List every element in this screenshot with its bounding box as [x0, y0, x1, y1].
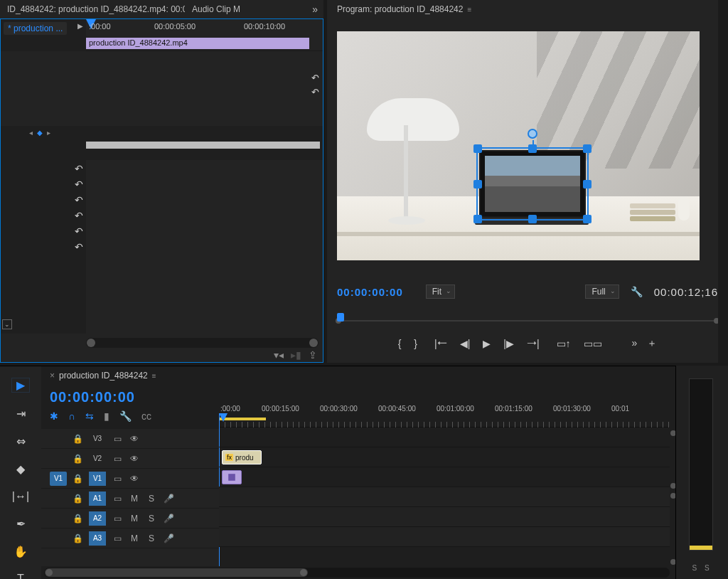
- zoom-select[interactable]: Fit⌄: [426, 285, 455, 299]
- track-label[interactable]: A1: [89, 492, 106, 506]
- selection-tool-icon[interactable]: ▶: [11, 378, 30, 393]
- slip-tool-icon[interactable]: |↔|: [11, 490, 30, 503]
- mark-out-icon[interactable]: }: [414, 338, 417, 349]
- eye-icon[interactable]: 👁: [129, 434, 140, 444]
- toggle-output-icon[interactable]: ▭: [112, 494, 123, 504]
- resize-handle[interactable]: [473, 215, 482, 223]
- program-scrubber[interactable]: [337, 307, 718, 327]
- timeline-sequence-tab[interactable]: production ID_4884242: [59, 371, 148, 381]
- ripple-edit-tool-icon[interactable]: ⇔: [11, 435, 30, 448]
- mute-icon[interactable]: M: [129, 514, 140, 524]
- solo-icon[interactable]: S: [146, 514, 157, 524]
- voiceover-icon[interactable]: 🎤: [163, 514, 174, 524]
- linked-selection-icon[interactable]: ⇆: [85, 410, 94, 422]
- undo-icon[interactable]: ↶: [75, 210, 83, 221]
- solo-icon[interactable]: S: [146, 533, 157, 543]
- track-label[interactable]: V2: [89, 452, 106, 466]
- undo-icon[interactable]: ↶: [75, 163, 83, 174]
- lock-icon[interactable]: 🔒: [73, 454, 83, 464]
- voiceover-icon[interactable]: 🎤: [163, 533, 174, 543]
- track-label[interactable]: A3: [89, 531, 106, 546]
- play-icon[interactable]: ▶: [77, 22, 83, 30]
- mute-icon[interactable]: M: [129, 533, 140, 543]
- keyframe-add-icon[interactable]: ◆: [37, 129, 43, 137]
- dropdown-icon[interactable]: ⌄: [2, 319, 12, 329]
- toggle-output-icon[interactable]: ▭: [112, 514, 123, 524]
- insert-icon[interactable]: ▸▮: [291, 349, 301, 361]
- overflow-icon[interactable]: »: [632, 337, 638, 350]
- work-area-bar[interactable]: [219, 418, 266, 420]
- panel-menu-icon[interactable]: ≡: [467, 6, 471, 14]
- track-header-v3[interactable]: 🔒 V3 ▭ 👁: [41, 429, 219, 449]
- resize-handle[interactable]: [473, 180, 482, 188]
- toggle-output-icon[interactable]: ▭: [112, 533, 123, 543]
- source-scrollbar[interactable]: [86, 338, 318, 348]
- track-label[interactable]: A2: [89, 511, 106, 526]
- undo-icon[interactable]: ↶: [309, 72, 321, 83]
- source-clip[interactable]: production ID_4884242.mp4: [86, 38, 309, 49]
- timeline-clip-v2[interactable]: fx produ: [222, 450, 262, 464]
- meter-solo-labels[interactable]: S S: [676, 564, 728, 572]
- keyframe-next-icon[interactable]: ▸: [47, 129, 50, 137]
- lock-icon[interactable]: 🔒: [73, 474, 83, 484]
- source-sequence-tab[interactable]: * production ...: [4, 22, 67, 35]
- lock-icon[interactable]: 🔒: [73, 514, 83, 524]
- hand-tool-icon[interactable]: ✋: [11, 545, 30, 558]
- track-select-tool-icon[interactable]: ⇥: [11, 407, 30, 420]
- go-to-out-icon[interactable]: ⭢|: [527, 338, 540, 349]
- mark-in-icon[interactable]: {: [398, 338, 402, 349]
- track-header-v1[interactable]: V1 🔒 V1 ▭ 👁: [41, 469, 219, 489]
- timeline-clip-v1[interactable]: [222, 470, 242, 484]
- captions-icon[interactable]: cc: [141, 410, 151, 422]
- type-tool-icon[interactable]: T: [11, 573, 30, 579]
- panel-menu-icon[interactable]: ≡: [152, 372, 156, 380]
- timeline-tracks[interactable]: :00:00 00:00:15:00 00:00:30:00 00:00:45:…: [219, 403, 670, 566]
- resize-handle[interactable]: [528, 215, 537, 223]
- export-frame-icon[interactable]: ⇪: [309, 349, 317, 361]
- tabs-overflow-icon[interactable]: »: [306, 4, 323, 15]
- resize-handle[interactable]: [583, 180, 592, 188]
- go-to-in-icon[interactable]: |⭠: [434, 338, 447, 349]
- audio-meter[interactable]: [689, 378, 713, 551]
- voiceover-icon[interactable]: 🎤: [163, 494, 174, 504]
- toggle-output-icon[interactable]: ▭: [112, 434, 123, 444]
- lock-icon[interactable]: 🔒: [73, 494, 83, 504]
- resize-handle[interactable]: [473, 144, 482, 153]
- lift-icon[interactable]: ▭↑: [557, 338, 571, 349]
- extract-icon[interactable]: ▭▭: [584, 338, 602, 349]
- source-tab-audio[interactable]: Audio Clip M: [185, 0, 247, 18]
- timeline-ruler[interactable]: :00:00 00:00:15:00 00:00:30:00 00:00:45:…: [219, 403, 670, 427]
- settings-icon[interactable]: 🔧: [119, 410, 132, 422]
- marker-icon[interactable]: ▮: [104, 410, 109, 422]
- close-icon[interactable]: ×: [50, 371, 55, 381]
- track-v3[interactable]: [219, 427, 670, 447]
- resize-handle[interactable]: [583, 144, 592, 153]
- source-ruler[interactable]: :00:00 00:00:05:00 00:00:10:00 productio…: [86, 19, 323, 51]
- program-monitor[interactable]: [337, 31, 700, 260]
- keyframe-prev-icon[interactable]: ◂: [29, 129, 33, 137]
- track-header-a2[interactable]: 🔒 A2 ▭ M S 🎤: [41, 509, 219, 528]
- mute-icon[interactable]: M: [129, 494, 140, 504]
- scrub-playhead-icon[interactable]: [337, 313, 344, 322]
- resize-handle[interactable]: [528, 144, 537, 153]
- source-patch[interactable]: V1: [50, 472, 67, 486]
- eye-icon[interactable]: 👁: [129, 454, 140, 464]
- step-back-icon[interactable]: ◀|: [460, 338, 471, 349]
- insert-mode-icon[interactable]: ✱: [50, 410, 58, 422]
- toggle-output-icon[interactable]: ▭: [112, 454, 123, 464]
- track-label[interactable]: V1: [89, 472, 106, 486]
- step-forward-icon[interactable]: |▶: [503, 338, 514, 349]
- motion-selection-box[interactable]: [476, 147, 589, 221]
- resolution-select[interactable]: Full⌄: [585, 285, 619, 299]
- track-a1[interactable]: [219, 487, 670, 507]
- undo-icon[interactable]: ↶: [75, 179, 83, 190]
- track-a3[interactable]: [219, 527, 670, 547]
- play-icon[interactable]: ▶: [483, 338, 491, 349]
- lock-icon[interactable]: 🔒: [73, 434, 83, 444]
- timeline-timecode[interactable]: 00:00:00:00: [50, 389, 135, 405]
- undo-icon[interactable]: ↶: [75, 241, 83, 253]
- track-v1[interactable]: [219, 467, 670, 487]
- track-label[interactable]: V3: [89, 432, 106, 446]
- settings-icon[interactable]: 🔧: [631, 286, 643, 297]
- timeline-hscroll[interactable]: [44, 568, 670, 578]
